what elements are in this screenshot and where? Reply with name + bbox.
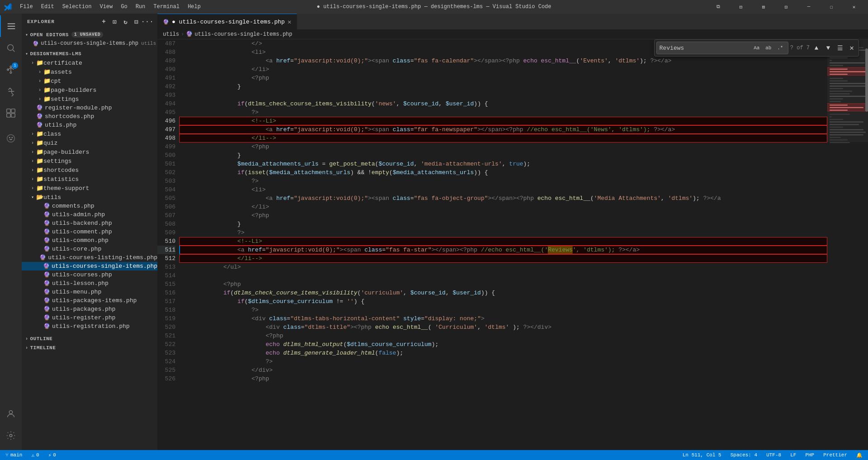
refresh-icon[interactable]: ↻ [121,17,130,26]
activity-run[interactable] [0,81,22,102]
new-folder-icon[interactable]: ⊡ [110,17,119,26]
menu-edit[interactable]: Edit [38,3,58,11]
chevron-icon: › [36,70,43,75]
tree-utils-php[interactable]: 🔮 utils.php [22,121,157,129]
more-icon[interactable]: ··· [143,17,152,26]
status-bar-left: ⑂ main ⚠ 0 ⚡ 0 [4,452,58,458]
tree-page-builders[interactable]: › 📁 page-builders [22,147,157,156]
layout-button[interactable]: ⧉ [708,0,729,14]
php-file-icon: 🔮 [39,254,46,261]
language-mode[interactable]: PHP [803,452,816,458]
tree-theme-support[interactable]: › 📁 theme-support [22,184,157,193]
split-button[interactable]: ⊟ [730,0,751,14]
collapse-icon[interactable]: ⊟ [132,17,141,26]
menu-view[interactable]: View [96,3,116,11]
tab-utils-courses-single[interactable]: 🔮 ● utils-courses-single-items.php ✕ [157,14,297,29]
tree-utils-backend[interactable]: 🔮 utils-backend.php [22,219,157,228]
tree-shortcodes-php[interactable]: 🔮 shortcodes.php [22,112,157,121]
tree-register-module[interactable]: 🔮 register-module.php [22,104,157,112]
tree-utils-common[interactable]: 🔮 utils-common.php [22,236,157,245]
cursor-position[interactable]: Ln 511, Col 5 [681,452,723,458]
minimap-svg [827,39,868,450]
menu-go[interactable]: Go [117,3,131,11]
find-prev-button[interactable]: ▲ [811,43,821,53]
use-regex-button[interactable]: .* [775,43,785,53]
file-name: utils-registration.php [52,323,130,330]
line-ending[interactable]: LF [788,452,798,458]
notifications[interactable]: 🔔 [854,452,864,458]
svg-rect-42 [830,116,832,117]
tree-quiz[interactable]: › 📁 quiz [22,138,157,147]
minimize-button[interactable]: ─ [798,0,819,14]
tree-utils-single[interactable]: 🔮 utils-courses-single-items.php [22,262,157,270]
tree-settings-cert[interactable]: › 📁 settings [22,95,157,104]
tree-statistics[interactable]: › 📁 statistics [22,175,157,184]
tree-utils-register[interactable]: 🔮 utils-register.php [22,313,157,322]
tree-page-builders-cert[interactable]: › 📁 page-builders [22,85,157,95]
menu-terminal[interactable]: Terminal [150,3,183,11]
ln-517: 517 [157,297,175,306]
find-input[interactable] [659,45,750,52]
tree-utils-menu[interactable]: 🔮 utils-menu.php [22,288,157,296]
bell-icon: 🔔 [856,452,863,458]
find-next-button[interactable]: ▼ [823,43,833,53]
tree-certificate[interactable]: › 📁 certificate [22,58,157,67]
close-button[interactable]: ✕ [844,0,864,14]
breadcrumb-file[interactable]: utils-courses-single-items.php [194,31,292,38]
activity-extensions[interactable] [0,102,22,124]
tree-utils-core[interactable]: 🔮 utils-core.php [22,245,157,253]
open-editor-file[interactable]: 🔮 utils-courses-single-items.php utils [22,39,157,47]
tree-utils-courses[interactable]: 🔮 utils-courses.php [22,270,157,279]
customize-button[interactable]: ⊡ [776,0,797,14]
tree-utils-packages-items[interactable]: 🔮 utils-packages-items.php [22,296,157,305]
activity-search[interactable] [0,37,22,59]
formatter[interactable]: Prettier [821,452,849,458]
tree-utils-lesson[interactable]: 🔮 utils-lesson.php [22,279,157,288]
tree-utils-packages[interactable]: 🔮 utils-packages.php [22,305,157,313]
code-line-497: <a href="javascript:void(0);"><span clas… [179,125,827,134]
encoding[interactable]: UTF-8 [764,452,783,458]
ln-507: 507 [157,211,175,220]
indentation[interactable]: Spaces: 4 [729,452,759,458]
open-editors-header[interactable]: ▾ OPEN EDITORS 1 unsaved [22,30,157,39]
new-file-icon[interactable]: + [100,17,109,26]
menu-run[interactable]: Run [132,3,149,11]
menu-file[interactable]: File [16,3,37,11]
errors-indicator[interactable]: ⚠ 0 [29,452,41,458]
find-list-button[interactable]: ☰ [835,43,845,53]
timeline-header[interactable]: › TIMELINE [22,343,157,352]
tree-comments[interactable]: 🔮 comments.php [22,202,157,210]
tree-utils-registration[interactable]: 🔮 utils-registration.php [22,322,157,331]
menu-selection[interactable]: Selection [59,3,95,11]
tab-close-icon[interactable]: ✕ [288,18,291,26]
match-case-button[interactable]: Aa [752,43,762,53]
explorer-root[interactable]: ▾ DESIGNTHEMES-LMS [22,49,157,58]
main-layout: 1 [0,14,868,450]
tree-cpt[interactable]: › 📁 cpt [22,76,157,85]
tree-utils-folder[interactable]: ▾ 📂 utils [22,193,157,202]
menu-help[interactable]: Help [184,3,204,11]
activity-explorer[interactable] [0,15,22,37]
folder-icon: 📁 [36,175,43,183]
activity-settings[interactable] [0,425,22,446]
find-close-button[interactable]: ✕ [847,43,857,53]
tree-settings[interactable]: › 📁 settings [22,156,157,166]
maximize-button[interactable]: ☐ [821,0,842,14]
minimap-scrollbar[interactable] [865,48,868,112]
tree-assets[interactable]: › 📁 assets [22,67,157,76]
tree-utils-listing[interactable]: 🔮 utils-courses-listing-items.php [22,253,157,262]
branch-indicator[interactable]: ⑂ main [4,452,24,458]
tree-class[interactable]: › 📁 class [22,129,157,138]
breadcrumb-utils[interactable]: utils [163,31,179,38]
tree-utils-comment[interactable]: 🔮 utils-comment.php [22,228,157,236]
match-word-button[interactable]: ab [764,43,773,53]
outline-header[interactable]: › OUTLINE [22,334,157,343]
activity-account[interactable] [0,403,22,425]
tree-shortcodes[interactable]: › 📁 shortcodes [22,166,157,175]
tree-utils-admin[interactable]: 🔮 utils-admin.php [22,210,157,219]
code-viewport[interactable]: </> <li> <a href="javascript:void(0);"><… [179,39,827,450]
activity-source-control[interactable]: 1 [0,59,22,81]
activity-copilot[interactable] [0,128,22,149]
warnings-indicator[interactable]: ⚡ 0 [47,452,58,458]
panel-button[interactable]: ⊞ [753,0,774,14]
